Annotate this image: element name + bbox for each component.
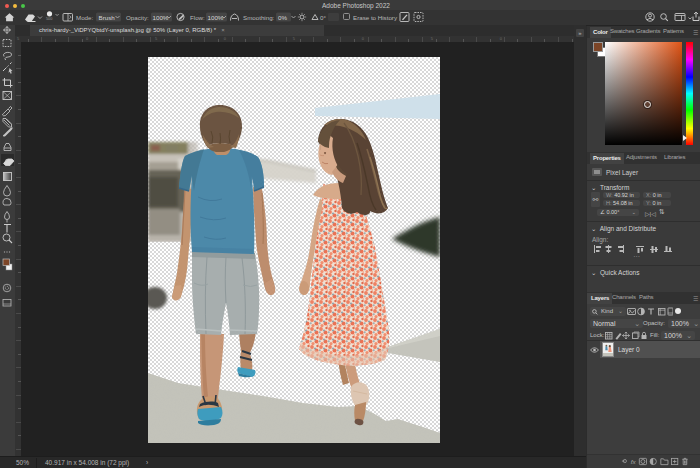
svg-text:Smoothing:: Smoothing: — [243, 14, 275, 21]
svg-text:0%: 0% — [278, 14, 287, 21]
svg-text:100%: 100% — [153, 14, 169, 21]
svg-text:100%: 100% — [208, 14, 224, 21]
svg-text:Brush: Brush — [99, 14, 116, 21]
svg-text:Mode:: Mode: — [76, 14, 93, 21]
svg-text:Opacity:: Opacity: — [126, 14, 149, 21]
svg-text:Erase to History: Erase to History — [353, 14, 398, 21]
svg-text:0°: 0° — [320, 14, 326, 21]
svg-text:500: 500 — [46, 17, 52, 21]
svg-text:fx: fx — [631, 458, 637, 465]
svg-text:Flow:: Flow: — [190, 14, 205, 21]
